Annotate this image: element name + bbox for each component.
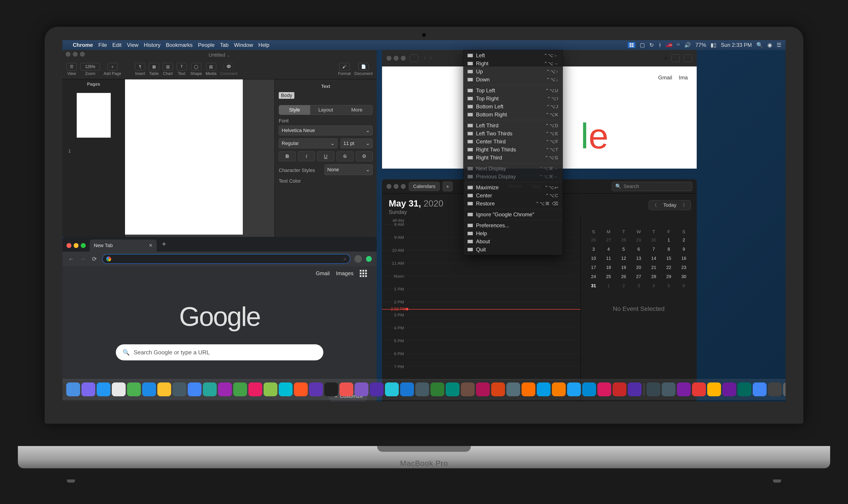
mini-day[interactable]: 5 xyxy=(661,282,676,290)
mini-day[interactable]: 16 xyxy=(676,254,691,262)
dock-app[interactable] xyxy=(324,382,338,396)
dock-app[interactable] xyxy=(142,382,156,396)
search-box[interactable]: 🔍 Search Google or type a URL xyxy=(116,344,323,360)
dock-app[interactable] xyxy=(783,382,785,396)
prev-day-icon[interactable]: 〈 xyxy=(649,200,660,210)
rect-item-about[interactable]: About xyxy=(463,237,563,246)
font-size-select[interactable]: 11 pt⌄ xyxy=(340,139,373,148)
mini-day[interactable]: 23 xyxy=(676,264,691,271)
italic-button[interactable]: I xyxy=(298,151,315,161)
rect-item-right-third[interactable]: Right Third⌃⌥G xyxy=(463,154,563,162)
tb-insert[interactable]: ¶Insert xyxy=(135,63,145,76)
extension-icon[interactable] xyxy=(366,256,372,262)
mini-day[interactable]: 13 xyxy=(631,254,646,262)
dock-app[interactable] xyxy=(597,382,611,396)
nav-fwd[interactable]: 〉 xyxy=(430,56,434,61)
mini-day[interactable]: 24 xyxy=(586,273,601,281)
rect-item-restore[interactable]: Restore⌃⌥⌘ ⌫ xyxy=(463,200,563,208)
mini-day[interactable]: 25 xyxy=(601,273,616,281)
dock-app[interactable] xyxy=(522,382,535,396)
timemachine-icon[interactable]: ↻ xyxy=(649,42,654,48)
rect-item-quit[interactable]: Quit xyxy=(463,246,563,254)
bookmark-star-icon[interactable]: ☆ xyxy=(343,257,346,261)
mini-day[interactable]: 10 xyxy=(586,254,601,262)
site-info-icon[interactable] xyxy=(106,256,111,262)
rectangle-menubar-icon[interactable] xyxy=(628,42,635,48)
mini-day[interactable]: 30 xyxy=(676,273,691,281)
sidebar-toggle[interactable] xyxy=(410,54,418,62)
dock-app[interactable] xyxy=(461,382,475,396)
mini-day[interactable]: 26 xyxy=(586,236,601,244)
menu-tab[interactable]: Tab xyxy=(220,42,229,48)
tb-chart[interactable]: ▥Chart xyxy=(163,63,173,76)
rect-item-bottom-right[interactable]: Bottom Right⌃⌥K xyxy=(463,111,563,119)
today-button[interactable]: Today xyxy=(660,201,679,210)
input-source-icon[interactable] xyxy=(666,43,672,47)
mini-month-grid[interactable]: 2627282930123456789101112131415161718192… xyxy=(586,236,691,290)
paragraph-style[interactable]: Body xyxy=(279,92,294,99)
browser-tab[interactable]: New Tab ✕ xyxy=(90,239,157,252)
notification-center-icon[interactable]: ☰ xyxy=(777,42,781,48)
google-apps-icon[interactable] xyxy=(360,270,367,277)
mini-day[interactable]: 11 xyxy=(601,254,616,262)
page-thumbnail[interactable] xyxy=(77,93,111,138)
rect-item-left-two-thirds[interactable]: Left Two Thirds⌃⌥E xyxy=(463,130,563,138)
mini-day[interactable]: 22 xyxy=(661,264,676,271)
mini-day[interactable]: 4 xyxy=(646,282,661,290)
profile-button[interactable] xyxy=(354,255,362,263)
dock-app[interactable] xyxy=(82,382,95,396)
dock-app[interactable] xyxy=(112,382,126,396)
wifi-icon[interactable]: ⌔ xyxy=(677,42,680,48)
traffic-lights[interactable] xyxy=(387,57,406,60)
rectangle-dropdown[interactable]: Left⌃⌥←Right⌃⌥→Up⌃⌥↑Down⌃⌥↓Top Left⌃⌥UTo… xyxy=(463,50,563,255)
rect-item-top-left[interactable]: Top Left⌃⌥U xyxy=(463,87,563,94)
dock-app[interactable] xyxy=(537,382,550,396)
mini-day[interactable]: 18 xyxy=(601,264,616,271)
calendars-button[interactable]: Calendars xyxy=(409,182,440,191)
dock-app[interactable] xyxy=(127,382,141,396)
dock-app[interactable] xyxy=(446,382,459,396)
dock-app[interactable] xyxy=(96,382,110,396)
dock-app[interactable] xyxy=(66,382,80,396)
mini-day[interactable]: 14 xyxy=(646,254,661,262)
tb-document[interactable]: 📄Document xyxy=(354,63,373,76)
dock-app[interactable] xyxy=(677,382,691,396)
dock-app[interactable] xyxy=(370,382,384,396)
tb-media[interactable]: ▧Media xyxy=(206,63,216,76)
dock-app[interactable] xyxy=(63,382,65,396)
tabs-overview[interactable] xyxy=(684,54,692,62)
new-tab-button[interactable]: ＋ xyxy=(161,239,167,248)
dock-app[interactable] xyxy=(552,382,566,396)
mini-day[interactable]: 31 xyxy=(586,282,601,290)
strike-button[interactable]: S xyxy=(337,151,353,161)
tb-text[interactable]: TText xyxy=(177,63,187,76)
today-navigation[interactable]: 〈 Today 〉 xyxy=(649,200,691,210)
traffic-lights[interactable] xyxy=(387,185,406,188)
dock-app[interactable] xyxy=(173,382,186,396)
dock-app[interactable] xyxy=(722,382,736,396)
mini-day[interactable]: 12 xyxy=(616,254,631,262)
battery-percent[interactable]: 77% xyxy=(695,42,706,48)
nav-back[interactable]: 〈 xyxy=(422,56,426,61)
mini-day[interactable]: 7 xyxy=(646,245,661,253)
menu-bookmarks[interactable]: Bookmarks xyxy=(166,42,193,48)
mini-day[interactable]: 28 xyxy=(616,236,631,244)
dock-app[interactable] xyxy=(279,382,293,396)
dock-app[interactable] xyxy=(647,382,660,396)
document-canvas[interactable] xyxy=(125,79,275,237)
menu-people[interactable]: People xyxy=(198,42,215,48)
back-button[interactable]: ← xyxy=(67,256,75,263)
rect-item-center[interactable]: Center⌃⌥C xyxy=(463,192,563,200)
menubar-clock[interactable]: Sun 2:33 PM xyxy=(721,42,752,48)
rect-item-up[interactable]: Up⌃⌥↑ xyxy=(463,68,563,76)
mini-day[interactable]: 2 xyxy=(676,236,691,244)
dock-app[interactable] xyxy=(157,382,171,396)
dock-app[interactable] xyxy=(491,382,505,396)
menu-edit[interactable]: Edit xyxy=(112,42,121,48)
spotlight-icon[interactable]: 🔍 xyxy=(756,42,763,48)
mini-day[interactable]: 4 xyxy=(601,245,616,253)
mini-day[interactable]: 2 xyxy=(616,282,631,290)
rect-item-left-third[interactable]: Left Third⌃⌥D xyxy=(463,122,563,130)
rect-item-ignore-google-chrome-[interactable]: Ignore "Google Chrome" xyxy=(463,211,563,219)
mini-day[interactable]: 3 xyxy=(631,282,646,290)
